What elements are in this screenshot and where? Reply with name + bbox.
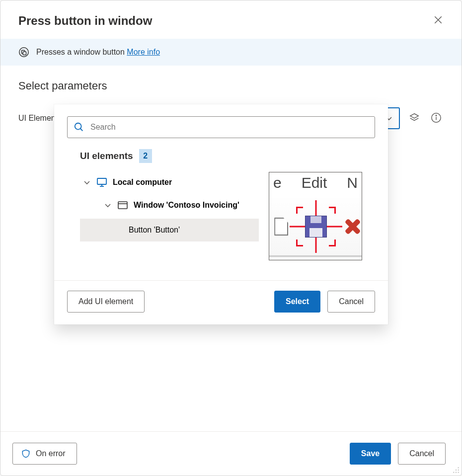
picker-body: UI elements 2 Local computer: [54, 104, 388, 265]
dialog-body: Select parameters UI Element: Local comp…: [0, 66, 462, 431]
tree-label-window: Window 'Contoso Invoicing': [134, 201, 239, 210]
tree-label-button: Button 'Button': [129, 226, 180, 235]
layers-icon: [409, 112, 420, 123]
svg-rect-2: [23, 52, 26, 55]
tree-node-button[interactable]: Button 'Button': [80, 219, 259, 241]
save-disk-icon: [305, 216, 327, 238]
picker-cancel-button[interactable]: Cancel: [327, 291, 375, 313]
dialog-header: Press button in window: [0, 0, 462, 39]
picker-footer: Add UI element Select Cancel: [54, 281, 388, 324]
resize-handle[interactable]: [453, 467, 460, 474]
more-info-link[interactable]: More info: [127, 48, 160, 56]
svg-point-5: [436, 115, 436, 115]
new-doc-icon: [274, 218, 288, 236]
action-icon: [18, 47, 29, 58]
help-button[interactable]: [429, 110, 444, 127]
close-button[interactable]: [431, 12, 446, 29]
preview-menu-edit: Edit: [302, 174, 327, 191]
svg-line-7: [80, 129, 83, 131]
cancel-button[interactable]: Cancel: [398, 443, 446, 465]
tree-node-computer[interactable]: Local computer: [80, 171, 259, 194]
ui-elements-title: UI elements: [80, 151, 133, 161]
tree-node-window[interactable]: Window 'Contoso Invoicing': [80, 194, 259, 217]
on-error-label: On error: [36, 449, 66, 458]
dialog-footer: On error Save Cancel: [0, 431, 462, 476]
preview-menubar: e Edit N: [269, 172, 362, 193]
search-icon: [74, 122, 84, 133]
resize-grip-icon: [453, 467, 460, 474]
ui-elements-heading: UI elements 2: [80, 149, 375, 163]
close-icon: [434, 15, 443, 24]
dialog-title: Press button in window: [18, 14, 152, 28]
info-bar: Presses a window button More info: [0, 39, 462, 66]
svg-point-16: [453, 472, 454, 473]
svg-point-13: [458, 467, 459, 468]
svg-point-18: [458, 472, 459, 473]
preview-toolbar: [269, 193, 362, 260]
svg-point-17: [456, 472, 457, 473]
ui-element-picker: UI elements 2 Local computer: [54, 104, 388, 324]
window-icon: [117, 199, 129, 211]
ui-element-tree: Local computer Window 'Contoso Invoicing…: [80, 171, 259, 260]
on-error-button[interactable]: On error: [12, 443, 77, 465]
svg-point-15: [458, 470, 459, 471]
info-text: Presses a window button More info: [36, 48, 160, 57]
info-icon: [431, 112, 442, 123]
search-input[interactable]: [89, 122, 369, 132]
save-button[interactable]: Save: [350, 443, 391, 465]
chevron-down-icon[interactable]: [83, 178, 91, 186]
chevron-down-icon[interactable]: [104, 201, 112, 209]
ui-elements-count: 2: [139, 149, 152, 163]
section-heading: Select parameters: [18, 79, 444, 92]
element-preview: e Edit N: [269, 172, 362, 260]
svg-point-14: [456, 470, 457, 471]
search-box[interactable]: [67, 116, 375, 138]
preview-menu-fragment: e: [273, 174, 282, 191]
tree-label-computer: Local computer: [113, 178, 172, 187]
svg-rect-8: [97, 178, 106, 184]
select-button[interactable]: Select: [274, 291, 320, 313]
action-dialog: Press button in window Presses a window …: [0, 0, 462, 476]
desktop-icon: [96, 176, 108, 188]
delete-x-icon: [344, 218, 362, 236]
add-ui-element-button[interactable]: Add UI element: [67, 291, 145, 313]
preview-menu-fragment: N: [347, 174, 358, 191]
info-description: Presses a window button: [36, 48, 125, 56]
target-highlight: [299, 209, 333, 244]
shield-icon: [21, 449, 31, 459]
svg-rect-11: [118, 202, 127, 209]
svg-point-6: [75, 123, 81, 130]
preview-separator: [269, 255, 362, 257]
ui-elements-panel-button[interactable]: [407, 110, 422, 127]
